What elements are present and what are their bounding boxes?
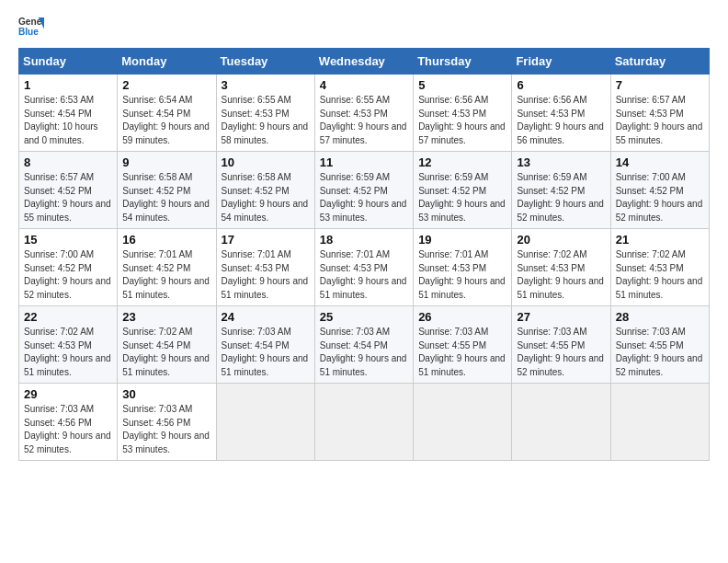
calendar-cell: 18 Sunrise: 7:01 AMSunset: 4:53 PMDaylig… bbox=[314, 229, 413, 306]
calendar-cell: 19 Sunrise: 7:01 AMSunset: 4:53 PMDaylig… bbox=[414, 229, 512, 306]
day-number: 28 bbox=[616, 310, 704, 324]
day-number: 19 bbox=[418, 233, 506, 247]
calendar-cell: 30 Sunrise: 7:03 AMSunset: 4:56 PMDaylig… bbox=[118, 384, 216, 461]
calendar-cell: 5 Sunrise: 6:56 AMSunset: 4:53 PMDayligh… bbox=[414, 75, 512, 152]
calendar-cell: 13 Sunrise: 6:59 AMSunset: 4:52 PMDaylig… bbox=[512, 152, 610, 229]
day-number: 18 bbox=[320, 233, 408, 247]
calendar-cell: 8 Sunrise: 6:57 AMSunset: 4:52 PMDayligh… bbox=[19, 152, 118, 229]
calendar-cell: 15 Sunrise: 7:00 AMSunset: 4:52 PMDaylig… bbox=[19, 229, 118, 306]
calendar-cell: 26 Sunrise: 7:03 AMSunset: 4:55 PMDaylig… bbox=[414, 306, 512, 384]
calendar-cell: 28 Sunrise: 7:03 AMSunset: 4:55 PMDaylig… bbox=[610, 306, 709, 384]
day-number: 14 bbox=[616, 155, 704, 169]
day-number: 30 bbox=[122, 387, 210, 401]
day-number: 3 bbox=[222, 78, 310, 92]
day-number: 22 bbox=[24, 310, 112, 324]
day-number: 25 bbox=[320, 310, 408, 324]
calendar-cell bbox=[314, 384, 413, 461]
day-info: Sunrise: 7:03 AMSunset: 4:55 PMDaylight:… bbox=[418, 327, 506, 377]
day-number: 24 bbox=[222, 310, 310, 324]
day-info: Sunrise: 7:01 AMSunset: 4:52 PMDaylight:… bbox=[122, 249, 210, 300]
calendar-week-5: 29 Sunrise: 7:03 AMSunset: 4:56 PMDaylig… bbox=[19, 384, 710, 461]
calendar-cell: 27 Sunrise: 7:03 AMSunset: 4:55 PMDaylig… bbox=[512, 306, 610, 384]
calendar-week-4: 22 Sunrise: 7:02 AMSunset: 4:53 PMDaylig… bbox=[19, 306, 710, 384]
calendar-cell bbox=[610, 384, 709, 461]
header: General Blue bbox=[18, 15, 710, 40]
day-info: Sunrise: 6:59 AMSunset: 4:52 PMDaylight:… bbox=[517, 172, 604, 223]
day-number: 13 bbox=[517, 155, 605, 169]
day-info: Sunrise: 7:01 AMSunset: 4:53 PMDaylight:… bbox=[418, 249, 506, 300]
day-info: Sunrise: 6:57 AMSunset: 4:52 PMDaylight:… bbox=[24, 172, 111, 223]
day-number: 1 bbox=[24, 78, 112, 92]
weekday-header-thursday: Thursday bbox=[414, 49, 512, 75]
day-info: Sunrise: 7:03 AMSunset: 4:54 PMDaylight:… bbox=[320, 327, 407, 377]
day-info: Sunrise: 7:03 AMSunset: 4:55 PMDaylight:… bbox=[517, 327, 604, 377]
day-info: Sunrise: 6:57 AMSunset: 4:53 PMDaylight:… bbox=[616, 95, 703, 145]
calendar-cell: 22 Sunrise: 7:02 AMSunset: 4:53 PMDaylig… bbox=[19, 306, 118, 384]
calendar-table: SundayMondayTuesdayWednesdayThursdayFrid… bbox=[18, 48, 710, 461]
calendar-cell: 23 Sunrise: 7:02 AMSunset: 4:54 PMDaylig… bbox=[118, 306, 216, 384]
day-info: Sunrise: 7:02 AMSunset: 4:54 PMDaylight:… bbox=[122, 327, 210, 377]
calendar-cell: 10 Sunrise: 6:58 AMSunset: 4:52 PMDaylig… bbox=[216, 152, 314, 229]
calendar-cell bbox=[216, 384, 314, 461]
day-info: Sunrise: 6:53 AMSunset: 4:54 PMDaylight:… bbox=[24, 95, 98, 145]
page: General Blue SundayMondayTuesdayWednesda… bbox=[0, 0, 728, 563]
calendar-week-3: 15 Sunrise: 7:00 AMSunset: 4:52 PMDaylig… bbox=[19, 229, 710, 306]
day-info: Sunrise: 7:00 AMSunset: 4:52 PMDaylight:… bbox=[24, 249, 111, 300]
calendar-week-2: 8 Sunrise: 6:57 AMSunset: 4:52 PMDayligh… bbox=[19, 152, 710, 229]
day-number: 5 bbox=[418, 78, 506, 92]
logo: General Blue bbox=[18, 15, 44, 40]
calendar-cell: 14 Sunrise: 7:00 AMSunset: 4:52 PMDaylig… bbox=[610, 152, 709, 229]
day-number: 10 bbox=[222, 155, 310, 169]
calendar-cell: 24 Sunrise: 7:03 AMSunset: 4:54 PMDaylig… bbox=[216, 306, 314, 384]
calendar-cell: 11 Sunrise: 6:59 AMSunset: 4:52 PMDaylig… bbox=[314, 152, 413, 229]
day-info: Sunrise: 7:03 AMSunset: 4:55 PMDaylight:… bbox=[616, 327, 703, 377]
calendar-cell: 25 Sunrise: 7:03 AMSunset: 4:54 PMDaylig… bbox=[314, 306, 413, 384]
day-info: Sunrise: 7:01 AMSunset: 4:53 PMDaylight:… bbox=[222, 249, 309, 300]
calendar-cell: 9 Sunrise: 6:58 AMSunset: 4:52 PMDayligh… bbox=[118, 152, 216, 229]
calendar-cell: 7 Sunrise: 6:57 AMSunset: 4:53 PMDayligh… bbox=[610, 75, 709, 152]
day-info: Sunrise: 7:03 AMSunset: 4:56 PMDaylight:… bbox=[122, 404, 210, 454]
day-info: Sunrise: 6:55 AMSunset: 4:53 PMDaylight:… bbox=[320, 95, 407, 145]
day-number: 16 bbox=[122, 233, 210, 247]
day-number: 23 bbox=[122, 310, 210, 324]
weekday-header-monday: Monday bbox=[118, 49, 216, 75]
calendar-cell: 2 Sunrise: 6:54 AMSunset: 4:54 PMDayligh… bbox=[118, 75, 216, 152]
day-number: 27 bbox=[517, 310, 605, 324]
day-info: Sunrise: 7:02 AMSunset: 4:53 PMDaylight:… bbox=[24, 327, 111, 377]
day-number: 9 bbox=[122, 155, 210, 169]
day-info: Sunrise: 7:03 AMSunset: 4:56 PMDaylight:… bbox=[24, 404, 111, 454]
weekday-header-saturday: Saturday bbox=[610, 49, 709, 75]
calendar-cell: 12 Sunrise: 6:59 AMSunset: 4:52 PMDaylig… bbox=[414, 152, 512, 229]
day-info: Sunrise: 6:55 AMSunset: 4:53 PMDaylight:… bbox=[222, 95, 309, 145]
calendar-cell: 6 Sunrise: 6:56 AMSunset: 4:53 PMDayligh… bbox=[512, 75, 610, 152]
day-info: Sunrise: 6:56 AMSunset: 4:53 PMDaylight:… bbox=[517, 95, 604, 145]
calendar-cell: 1 Sunrise: 6:53 AMSunset: 4:54 PMDayligh… bbox=[19, 75, 118, 152]
calendar-cell bbox=[414, 384, 512, 461]
weekday-header-friday: Friday bbox=[512, 49, 610, 75]
calendar-cell: 21 Sunrise: 7:02 AMSunset: 4:53 PMDaylig… bbox=[610, 229, 709, 306]
calendar-header-row: SundayMondayTuesdayWednesdayThursdayFrid… bbox=[19, 49, 710, 75]
weekday-header-tuesday: Tuesday bbox=[216, 49, 314, 75]
day-info: Sunrise: 6:58 AMSunset: 4:52 PMDaylight:… bbox=[122, 172, 210, 223]
day-info: Sunrise: 7:03 AMSunset: 4:54 PMDaylight:… bbox=[222, 327, 309, 377]
calendar-cell bbox=[512, 384, 610, 461]
day-number: 17 bbox=[222, 233, 310, 247]
day-number: 15 bbox=[24, 233, 112, 247]
logo-icon: General Blue bbox=[18, 15, 44, 40]
calendar-cell: 29 Sunrise: 7:03 AMSunset: 4:56 PMDaylig… bbox=[19, 384, 118, 461]
day-number: 20 bbox=[517, 233, 605, 247]
calendar-cell: 17 Sunrise: 7:01 AMSunset: 4:53 PMDaylig… bbox=[216, 229, 314, 306]
day-info: Sunrise: 7:00 AMSunset: 4:52 PMDaylight:… bbox=[616, 172, 703, 223]
day-number: 21 bbox=[616, 233, 704, 247]
day-number: 12 bbox=[418, 155, 506, 169]
calendar-week-1: 1 Sunrise: 6:53 AMSunset: 4:54 PMDayligh… bbox=[19, 75, 710, 152]
day-info: Sunrise: 7:02 AMSunset: 4:53 PMDaylight:… bbox=[616, 249, 703, 300]
day-info: Sunrise: 6:58 AMSunset: 4:52 PMDaylight:… bbox=[222, 172, 309, 223]
day-number: 4 bbox=[320, 78, 408, 92]
day-info: Sunrise: 6:56 AMSunset: 4:53 PMDaylight:… bbox=[418, 95, 506, 145]
day-info: Sunrise: 6:59 AMSunset: 4:52 PMDaylight:… bbox=[320, 172, 407, 223]
calendar-cell: 16 Sunrise: 7:01 AMSunset: 4:52 PMDaylig… bbox=[118, 229, 216, 306]
day-number: 29 bbox=[24, 387, 112, 401]
day-info: Sunrise: 6:59 AMSunset: 4:52 PMDaylight:… bbox=[418, 172, 506, 223]
day-info: Sunrise: 6:54 AMSunset: 4:54 PMDaylight:… bbox=[122, 95, 210, 145]
